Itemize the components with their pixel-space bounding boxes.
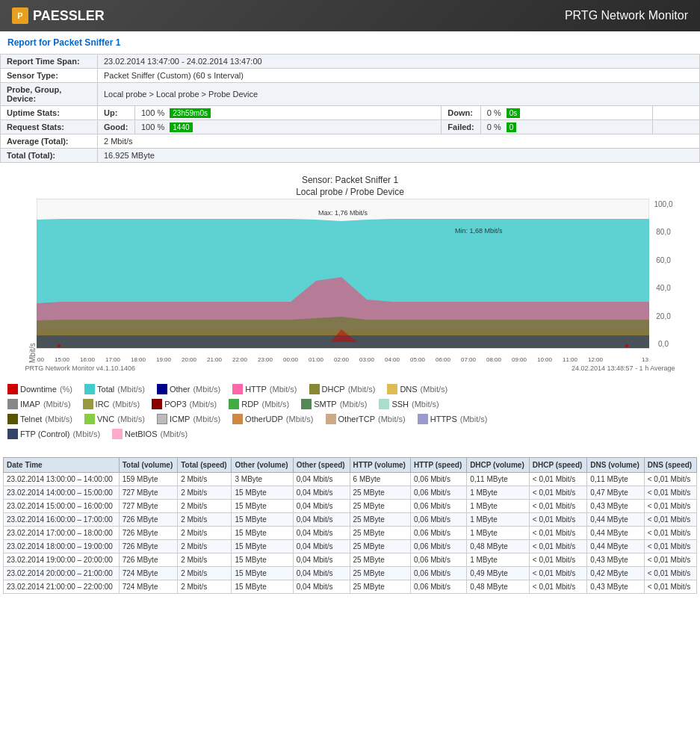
- col-dns-spd: DNS (speed): [644, 458, 696, 473]
- col-total-vol: Total (volume): [119, 458, 178, 473]
- legend-item-otherudp: OtherUDP (Mbit/s): [232, 414, 319, 424]
- legend-label-other: Other: [170, 385, 191, 394]
- legend-color-total: [84, 384, 95, 394]
- legend-unit-ssh: (Mbit/s): [412, 400, 439, 409]
- chart-title2: Local probe / Probe Device: [0, 187, 700, 197]
- logo-icon: P: [12, 7, 28, 24]
- cell-3-2: 2 Mbit/s: [178, 513, 232, 527]
- cell-2-8: < 0,01 Mbit/s: [529, 500, 586, 513]
- cell-1-8: < 0,01 Mbit/s: [529, 486, 586, 500]
- legend-item-ssh: SSH (Mbit/s): [379, 399, 445, 409]
- svg-text:14:00: 14:00: [37, 356, 45, 363]
- svg-text:21:00: 21:00: [206, 356, 222, 363]
- legend-color-http: [232, 384, 243, 394]
- cell-8-8: < 0,01 Mbit/s: [529, 580, 586, 594]
- value-sensortype: Packet Sniffer (Custom) (60 s Interval): [98, 69, 700, 83]
- legend-unit-dns: (Mbit/s): [421, 385, 448, 394]
- table-row: 23.02.2014 17:00:00 – 18:00:00726 MByte2…: [4, 527, 697, 540]
- info-row-uptime: Uptime Stats: Up: 100 % 23h59m0s Down: 0…: [1, 106, 700, 120]
- legend-unit-downtime: (%): [60, 385, 72, 394]
- cell-6-5: 25 MByte: [350, 553, 410, 567]
- cell-7-6: 0,06 Mbit/s: [410, 567, 466, 580]
- table-row: 23.02.2014 19:00:00 – 20:00:00726 MByte2…: [4, 553, 697, 567]
- cell-5-8: < 0,01 Mbit/s: [529, 540, 586, 553]
- cell-6-10: < 0,01 Mbit/s: [644, 553, 696, 567]
- uptime-down-badge: 0s: [507, 108, 521, 118]
- cell-1-5: 25 MByte: [350, 486, 410, 500]
- table-row: 23.02.2014 14:00:00 – 15:00:00727 MByte2…: [4, 486, 697, 500]
- table-row: 23.02.2014 21:00:00 – 22:00:00724 MByte2…: [4, 580, 697, 594]
- legend-item-ftp: FTP (Control) (Mbit/s): [7, 429, 106, 439]
- chart-footer-right: 24.02.2014 13:48:57 - 1 h Average: [572, 365, 675, 372]
- chart-footer-left: PRTG Network Monitor v4.1.10.1406: [25, 365, 135, 372]
- cell-5-3: 15 MByte: [232, 540, 293, 553]
- svg-text:08:00: 08:00: [486, 356, 501, 363]
- legend-unit-dhcp: (Mbit/s): [348, 385, 376, 394]
- cell-3-4: 0,04 Mbit/s: [293, 513, 350, 527]
- chart-container: Mbit/s: [25, 199, 675, 372]
- uptime-down-label: Down:: [442, 106, 480, 120]
- svg-text:07:00: 07:00: [460, 356, 476, 363]
- cell-1-7: 1 MByte: [467, 486, 530, 500]
- request-failed-badge: 0: [507, 122, 517, 132]
- cell-7-4: 0,04 Mbit/s: [293, 567, 350, 580]
- legend-color-imap: [7, 399, 18, 409]
- svg-text:17:00: 17:00: [105, 356, 120, 363]
- cell-3-9: 0,44 MByte: [587, 513, 644, 527]
- uptime-up-badge: 23h59m0s: [170, 108, 211, 118]
- cell-0-9: 0,11 MByte: [587, 473, 644, 486]
- cell-6-4: 0,04 Mbit/s: [293, 553, 350, 567]
- col-other-spd: Other (speed): [293, 458, 350, 473]
- legend-label-pop3: POP3: [164, 400, 186, 409]
- cell-7-3: 15 MByte: [232, 567, 293, 580]
- legend-item-total: Total (Mbit/s): [84, 384, 151, 394]
- cell-3-1: 726 MByte: [119, 513, 178, 527]
- company-name: PAESSLER: [33, 8, 105, 24]
- col-http-vol: HTTP (volume): [350, 458, 410, 473]
- cell-8-2: 2 Mbit/s: [178, 580, 232, 594]
- cell-1-9: 0,47 MByte: [587, 486, 644, 500]
- legend-color-dns: [387, 384, 397, 394]
- cell-3-3: 15 MByte: [232, 513, 293, 527]
- uptime-down-value: 0 % 0s: [480, 106, 652, 120]
- legend-color-netbios: [112, 429, 123, 439]
- chart-wrapper: Mbit/s: [25, 199, 675, 363]
- legend-label-dhcp: DHCP: [322, 385, 345, 394]
- legend-item-downtime: Downtime (%): [7, 384, 78, 394]
- cell-8-9: 0,43 MByte: [587, 580, 644, 594]
- svg-text:13:00: 13:00: [641, 356, 648, 363]
- cell-0-10: < 0,01 Mbit/s: [644, 473, 696, 486]
- table-body: 23.02.2014 13:00:00 – 14:00:00159 MByte2…: [4, 473, 697, 594]
- legend-unit-vnc: (Mbit/s): [117, 415, 145, 424]
- app-title: PRTG Network Monitor: [565, 9, 688, 22]
- svg-text:18:00: 18:00: [130, 356, 146, 363]
- svg-text:15:00: 15:00: [54, 356, 69, 363]
- legend-label-vnc: VNC: [97, 415, 114, 424]
- svg-text:05:00: 05:00: [409, 356, 425, 363]
- legend-item-dns: DNS (Mbit/s): [387, 384, 453, 394]
- legend-label-downtime: Downtime: [20, 385, 57, 394]
- table-row: 23.02.2014 13:00:00 – 14:00:00159 MByte2…: [4, 473, 697, 486]
- label-average: Average (Total):: [1, 134, 98, 149]
- cell-7-1: 724 MByte: [119, 567, 178, 580]
- cell-4-3: 15 MByte: [232, 527, 293, 540]
- legend-label-imap: IMAP: [20, 400, 40, 409]
- svg-text:11:00: 11:00: [562, 356, 577, 363]
- table-row: 23.02.2014 18:00:00 – 19:00:00726 MByte2…: [4, 540, 697, 553]
- cell-2-6: 0,06 Mbit/s: [410, 500, 466, 513]
- legend-unit-imap: (Mbit/s): [43, 400, 71, 409]
- label-probe: Probe, Group, Device:: [1, 83, 98, 106]
- info-row-timespan: Report Time Span: 23.02.2014 13:47:00 - …: [1, 55, 700, 69]
- legend-item-pop3: POP3 (Mbit/s): [152, 399, 223, 409]
- legend-label-telnet: Telnet: [20, 415, 42, 424]
- cell-8-3: 15 MByte: [232, 580, 293, 594]
- cell-0-3: 3 MByte: [232, 473, 293, 486]
- cell-6-8: < 0,01 Mbit/s: [529, 553, 586, 567]
- legend-unit-icmp: (Mbit/s): [193, 415, 220, 424]
- cell-7-5: 25 MByte: [350, 567, 410, 580]
- cell-0-0: 23.02.2014 13:00:00 – 14:00:00: [4, 473, 120, 486]
- svg-text:06:00: 06:00: [435, 356, 450, 363]
- legend-label-otherudp: OtherUDP: [245, 415, 283, 424]
- request-good-label: Good:: [98, 120, 135, 134]
- cell-8-10: < 0,01 Mbit/s: [644, 580, 696, 594]
